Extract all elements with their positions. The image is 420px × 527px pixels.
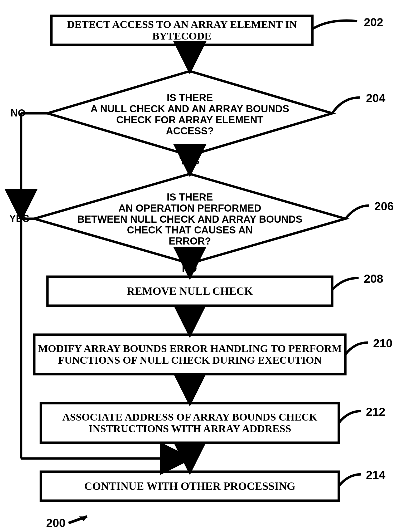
step-remove-null-check: REMOVE NULL CHECK — [47, 277, 332, 306]
flowchart-svg — [0, 0, 420, 527]
step4-line1: MODIFY ARRAY BOUNDS ERROR HANDLING TO PE… — [38, 343, 342, 354]
step5-line1: ASSOCIATE ADDRESS OF ARRAY BOUNDS CHECK — [62, 411, 317, 423]
ref-204: 204 — [366, 92, 385, 105]
decision-null-and-bounds: IS THERE A NULL CHECK AND AN ARRAY BOUND… — [69, 88, 311, 141]
ref-208: 208 — [364, 272, 383, 285]
step4-line2: FUNCTIONS OF NULL CHECK DURING EXECUTION — [58, 354, 322, 366]
decision-operation-error: IS THERE AN OPERATION PERFORMED BETWEEN … — [55, 188, 324, 250]
label-text: NO — [11, 108, 26, 119]
step-modify-error-handling: MODIFY ARRAY BOUNDS ERROR HANDLING TO PE… — [34, 335, 345, 374]
step-associate-address: ASSOCIATE ADDRESS OF ARRAY BOUNDS CHECK … — [41, 403, 339, 443]
ref-200: 200 — [46, 516, 65, 527]
decision2-line4: CHECK THAT CAUSES AN — [127, 225, 253, 236]
label-no-206: NO — [182, 263, 197, 274]
ref-text: 208 — [364, 272, 383, 285]
label-yes-206: YES — [9, 213, 29, 224]
ref-206: 206 — [374, 200, 394, 213]
decision1-line4: ACCESS? — [166, 126, 214, 137]
ref-text: 202 — [364, 16, 383, 29]
decision2-line3: BETWEEN NULL CHECK AND ARRAY BOUNDS — [77, 214, 302, 225]
ref-210: 210 — [373, 337, 392, 350]
step5-line2: INSTRUCTIONS WITH ARRAY ADDRESS — [89, 423, 291, 435]
decision1-line1: IS THERE — [167, 92, 213, 104]
ref-202: 202 — [364, 16, 383, 29]
step-text: REMOVE NULL CHECK — [127, 285, 253, 297]
label-text: YES — [179, 155, 199, 167]
label-text: NO — [182, 263, 197, 274]
ref-text: 210 — [373, 337, 392, 350]
step-text: DETECT ACCESS TO AN ARRAY ELEMENT IN BYT… — [51, 19, 312, 42]
ref-text: 204 — [366, 92, 385, 105]
step-detect-access: DETECT ACCESS TO AN ARRAY ELEMENT IN BYT… — [51, 16, 312, 45]
decision2-line2: AN OPERATION PERFORMED — [118, 203, 261, 214]
decision1-line3: CHECK FOR ARRAY ELEMENT — [116, 115, 263, 126]
decision2-line5: ERROR? — [169, 236, 211, 247]
ref-text: 212 — [366, 405, 385, 418]
ref-text: 200 — [46, 516, 65, 527]
label-text: YES — [9, 213, 29, 224]
ref-text: 214 — [366, 469, 385, 481]
step-continue-processing: CONTINUE WITH OTHER PROCESSING — [41, 472, 339, 501]
ref-214: 214 — [366, 469, 385, 482]
decision2-line1: IS THERE — [167, 192, 213, 203]
ref-212: 212 — [366, 405, 385, 418]
ref-text: 206 — [374, 200, 394, 213]
decision1-line2: A NULL CHECK AND AN ARRAY BOUNDS — [90, 104, 289, 115]
label-no-204: NO — [11, 108, 26, 119]
label-yes-204: YES — [179, 155, 199, 167]
step-text: CONTINUE WITH OTHER PROCESSING — [84, 480, 296, 492]
flowchart-canvas: DETECT ACCESS TO AN ARRAY ELEMENT IN BYT… — [0, 0, 420, 527]
